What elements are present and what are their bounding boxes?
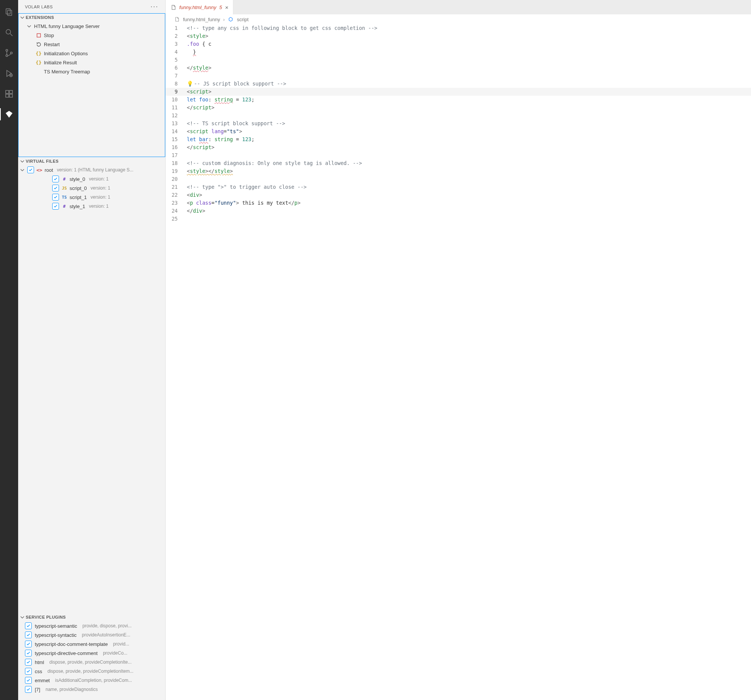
code-line[interactable]: 18<!-- custom diagnosis: Only one style … bbox=[166, 159, 751, 167]
checkbox-icon[interactable] bbox=[52, 194, 59, 201]
activity-run-debug[interactable] bbox=[0, 64, 18, 82]
plugin-item[interactable]: typescript-syntacticprovideAutoInsertion… bbox=[18, 630, 165, 639]
code-line[interactable]: 9<script> bbox=[166, 88, 751, 96]
code-content bbox=[185, 215, 751, 223]
stop-icon bbox=[36, 32, 42, 38]
code-line[interactable]: 3.foo { c bbox=[166, 40, 751, 48]
checkbox-icon[interactable] bbox=[25, 641, 32, 647]
checkbox-icon[interactable] bbox=[25, 622, 32, 629]
code-line[interactable]: 8💡-- JS script block support --> bbox=[166, 80, 751, 88]
checkbox-icon[interactable] bbox=[25, 632, 32, 638]
code-line[interactable]: 15let bar: string = 123; bbox=[166, 135, 751, 143]
line-number: 24 bbox=[166, 207, 185, 215]
code-content: </style> bbox=[185, 64, 751, 72]
code-editor[interactable]: 1<!-- type any css in following block to… bbox=[166, 24, 751, 700]
ext-init-result[interactable]: {} Initialize Result bbox=[18, 58, 165, 67]
activity-explorer[interactable] bbox=[0, 3, 18, 21]
vfile-item[interactable]: #style_1version: 1 bbox=[18, 202, 165, 211]
line-number: 9 bbox=[166, 88, 185, 96]
code-line[interactable]: 24</div> bbox=[166, 207, 751, 215]
checkbox-icon[interactable] bbox=[25, 677, 32, 684]
code-line[interactable]: 22<div> bbox=[166, 191, 751, 199]
vfile-item[interactable]: TSscript_1version: 1 bbox=[18, 193, 165, 202]
plugin-item[interactable]: cssdispose, provide, provideCompletionIt… bbox=[18, 667, 165, 676]
ext-ts-memory[interactable]: TS Memory Treemap bbox=[18, 67, 165, 76]
checkbox-icon[interactable] bbox=[52, 203, 59, 210]
code-line[interactable]: 5 bbox=[166, 56, 751, 64]
checkbox-icon[interactable] bbox=[25, 668, 32, 675]
plugin-item[interactable]: typescript-doc-comment-templateprovid... bbox=[18, 639, 165, 649]
activity-extensions[interactable] bbox=[0, 85, 18, 103]
activity-volar-labs[interactable] bbox=[0, 105, 18, 123]
checkbox-icon[interactable] bbox=[25, 650, 32, 656]
vfile-item[interactable]: #style_0version: 1 bbox=[18, 174, 165, 184]
code-line[interactable]: 16</script> bbox=[166, 143, 751, 151]
ext-stop[interactable]: Stop bbox=[18, 31, 165, 40]
checkbox-icon[interactable] bbox=[27, 166, 34, 173]
code-line[interactable]: 20 bbox=[166, 175, 751, 183]
activity-source-control[interactable] bbox=[0, 44, 18, 62]
code-line[interactable]: 10let foo: string = 123; bbox=[166, 96, 751, 104]
sidebar-more-icon[interactable]: ··· bbox=[151, 3, 158, 11]
code-line[interactable]: 7 bbox=[166, 72, 751, 80]
plugin-detail: provideCo... bbox=[103, 650, 127, 656]
code-line[interactable]: 19<style></style> bbox=[166, 167, 751, 175]
code-content bbox=[185, 112, 751, 120]
line-number: 7 bbox=[166, 72, 185, 80]
plugin-item[interactable]: emmetisAdditionalCompletion, provideCom.… bbox=[18, 676, 165, 685]
braces-icon: {} bbox=[36, 59, 42, 65]
code-line[interactable]: 25 bbox=[166, 215, 751, 223]
code-line[interactable]: 14<script lang="ts"> bbox=[166, 128, 751, 135]
vfile-item[interactable]: JSscript_0version: 1 bbox=[18, 184, 165, 193]
section-header-extensions[interactable]: EXTENSIONS bbox=[18, 13, 165, 22]
code-line[interactable]: 4 } bbox=[166, 48, 751, 56]
plugin-name: typescript-directive-comment bbox=[35, 650, 98, 656]
chevron-down-icon bbox=[20, 159, 25, 164]
plugin-item[interactable]: [7]name, provideDiagnostics bbox=[18, 685, 165, 694]
code-content: <div> bbox=[185, 191, 751, 199]
tab-close-icon[interactable]: × bbox=[225, 4, 228, 11]
ext-group[interactable]: HTML funny Language Server bbox=[18, 22, 165, 31]
checkbox-icon[interactable] bbox=[52, 185, 59, 191]
plugin-item[interactable]: htmldispose, provide, provideCompletionI… bbox=[18, 658, 165, 667]
section-header-service-plugins[interactable]: SERVICE PLUGINS bbox=[18, 613, 165, 621]
svg-rect-14 bbox=[37, 33, 40, 37]
section-header-virtual-files[interactable]: VIRTUAL FILES bbox=[18, 157, 165, 165]
ext-init-options[interactable]: {} Initialization Options bbox=[18, 49, 165, 58]
code-line[interactable]: 17 bbox=[166, 151, 751, 159]
line-number: 18 bbox=[166, 159, 185, 167]
breadcrumbs[interactable]: funny.html_funny › script bbox=[166, 14, 751, 24]
code-line[interactable]: 12 bbox=[166, 112, 751, 120]
code-line[interactable]: 1<!-- type any css in following block to… bbox=[166, 24, 751, 32]
code-line[interactable]: 13<!-- TS script block support --> bbox=[166, 120, 751, 128]
code-line[interactable]: 2<style> bbox=[166, 32, 751, 40]
code-line[interactable]: 6</style> bbox=[166, 64, 751, 72]
svg-rect-12 bbox=[9, 94, 12, 97]
svg-point-4 bbox=[6, 50, 8, 51]
ext-restart[interactable]: Restart bbox=[18, 40, 165, 49]
vfile-detail: version: 1 bbox=[91, 185, 110, 191]
code-content: let bar: string = 123; bbox=[185, 135, 751, 143]
plugin-detail: isAdditionalCompletion, provideCom... bbox=[55, 678, 132, 683]
file-badge-icon: TS bbox=[61, 194, 67, 200]
plugin-item[interactable]: typescript-semanticprovide, dispose, pro… bbox=[18, 621, 165, 630]
code-content bbox=[185, 56, 751, 64]
line-number: 22 bbox=[166, 191, 185, 199]
code-line[interactable]: 23<p class="funny"> this is my text</p> bbox=[166, 199, 751, 207]
svg-point-6 bbox=[11, 52, 12, 54]
vfile-root-detail: version: 1 (HTML funny Language S... bbox=[57, 167, 133, 173]
code-line[interactable]: 11</script> bbox=[166, 104, 751, 112]
file-badge-icon: JS bbox=[61, 185, 67, 191]
lightbulb-icon[interactable]: 💡 bbox=[187, 80, 193, 88]
file-badge-icon: # bbox=[61, 203, 67, 209]
plugin-item[interactable]: typescript-directive-commentprovideCo... bbox=[18, 649, 165, 658]
code-line[interactable]: 21<!-- type ">" to trigger auto close --… bbox=[166, 183, 751, 191]
activity-search[interactable] bbox=[0, 23, 18, 42]
checkbox-icon[interactable] bbox=[25, 686, 32, 693]
panel-service-plugins: SERVICE PLUGINS typescript-semanticprovi… bbox=[18, 613, 165, 700]
vfile-root[interactable]: <> root version: 1 (HTML funny Language … bbox=[18, 165, 165, 174]
checkbox-icon[interactable] bbox=[52, 176, 59, 182]
ext-init-result-label: Initialize Result bbox=[44, 60, 77, 65]
checkbox-icon[interactable] bbox=[25, 659, 32, 666]
tab-funny[interactable]: funny.html_funny 5 × bbox=[166, 0, 233, 14]
